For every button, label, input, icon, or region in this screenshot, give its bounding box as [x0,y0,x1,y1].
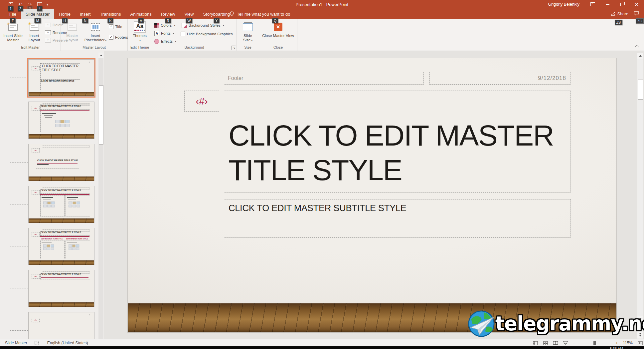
zoom-slider[interactable]: − + [573,340,618,346]
thumbnail-wood-floor [29,176,94,181]
scroll-up-button[interactable] [637,53,643,59]
thumbnail-layout-6[interactable]: ‹#› CLICK TO EDIT MASTER TITLE STYLE [28,270,94,307]
checkbox-checked-icon: ✓ [109,24,113,29]
keytip-comments: ZC [636,18,644,24]
dropdown-caret: ▾ [173,32,174,35]
reading-view-button[interactable] [553,341,558,345]
minimize-button[interactable] [600,0,615,9]
dropdown-caret: ▾ [105,39,106,42]
thumbnail-wood-floor [29,134,94,139]
normal-view-button[interactable] [533,341,538,345]
hide-background-graphics-checkbox[interactable]: Hide Background Graphics [181,31,233,37]
effects-dropdown[interactable]: Effects ▾ [153,38,177,45]
slide-master-canvas[interactable]: Footer 9/12/2018 ‹#› CLICK TO EDIT MASTE… [127,58,617,333]
restore-button[interactable] [615,0,629,9]
language-status[interactable]: English (United States) [47,341,88,345]
date-placeholder[interactable]: 9/12/2018 [429,72,570,85]
insert-slide-master-icon: ✳ [8,24,18,31]
insert-layout-button[interactable]: ✳ Insert Layout [25,21,43,43]
master-layout-icon [68,24,77,31]
telegram-globe-logo-icon [467,310,495,338]
group-label-background: Background [185,45,204,49]
close-master-view-button[interactable]: ✕ Close Master View [261,21,295,39]
layout-tree-line [10,54,10,337]
footer-placeholder[interactable]: Footer [224,72,424,85]
fonts-icon: A [154,31,159,36]
dropdown-caret: ▾ [175,40,176,43]
scroll-up-button[interactable] [98,53,103,58]
insert-layout-icon: ✳ [30,24,39,31]
tab-insert[interactable]: Insert N [75,9,95,19]
close-icon: ✕ [634,1,639,8]
thumbnail-layout-3[interactable]: ‹#› CLICK TO EDIT MASTER TITLE STYLE [28,144,94,181]
collapse-ribbon-button[interactable] [634,45,639,49]
tab-animations[interactable]: Animations A [126,9,156,19]
account-user-name[interactable]: Grigoriy Belenkiy [548,2,579,7]
background-styles-icon [182,23,187,28]
footers-checkbox[interactable]: ✓ Footers [109,34,128,41]
thumbnail-panel-scrollbar[interactable] [98,53,103,339]
fonts-dropdown[interactable]: A Fonts ▾ [153,30,177,37]
share-icon [611,12,616,16]
ribbon-display-options-button[interactable] [585,0,600,9]
tab-view[interactable]: View W [180,9,198,19]
insert-placeholder-icon [91,23,100,31]
delete-icon: ✕ [45,23,51,27]
group-label-edit-theme: Edit Theme [130,45,149,49]
checkbox-unchecked-icon [181,32,185,36]
background-dialog-launcher[interactable]: ↘ [232,46,236,50]
ribbon-display-options-icon [590,2,595,6]
thumbnail-layout-2[interactable]: ‹#› CLICK TO EDIT MASTER TITLE STYLE [28,102,94,139]
thumbnail-layout-5[interactable]: ‹#› CLICK TO EDIT MASTER TITLE STYLE EDI… [28,228,94,265]
spell-check-icon[interactable] [35,341,40,345]
clock: 8:36 AM [610,347,623,349]
tab-transitions[interactable]: Transitions K [95,9,125,19]
tell-me-box[interactable]: Tell me what you want to do Q [230,9,290,19]
themes-button[interactable]: Aa Themes▾ [130,21,149,43]
insert-slide-master-button[interactable]: ✳ Insert Slide Master [1,21,25,43]
scrollbar-thumb[interactable] [99,85,103,145]
thumbnail-wood-floor [29,218,94,223]
chevron-up-icon [635,45,639,49]
slide-number-placeholder[interactable]: ‹#› [184,91,219,112]
zoom-in-button[interactable]: + [615,340,618,346]
title-placeholder[interactable]: CLICK TO EDIT MASTER TITLE STYLE [224,91,571,193]
title-checkbox[interactable]: ✓ Title [109,23,128,30]
zoom-level[interactable]: 115% [623,341,633,345]
scrollbar-thumb[interactable] [638,80,643,100]
keytip-animations: A [138,18,144,23]
ribbon-group-size: Slide Size▾ Size [237,19,259,51]
fit-slide-to-window-button[interactable] [637,341,643,345]
dropdown-caret: ▾ [139,39,141,42]
view-status-label: Slide Master [5,341,27,345]
comments-icon [634,11,639,16]
tab-home[interactable]: Home H [54,9,75,19]
subtitle-placeholder[interactable]: CLICK TO EDIT MASTER SUBTITLE STYLE [224,199,571,238]
windows-taskbar-sliver: 8:36 AM [0,346,644,349]
zoom-slider-thumb[interactable] [593,341,596,345]
dropdown-caret: ▾ [223,24,224,27]
thumbnail-slide-master[interactable]: ‹#› CLICK TO EDIT MASTER TITLE STYLE CLI… [28,59,94,97]
slide-size-button[interactable]: Slide Size▾ [238,21,257,43]
tab-review[interactable]: Review R [156,9,180,19]
comments-button[interactable]: ZC [634,11,639,17]
keytip-storyboarding: Y [214,18,219,23]
status-bar: Slide Master English (United States) [0,339,644,347]
thumbnail-wood-floor [29,260,94,265]
close-button[interactable]: ✕ [629,0,644,9]
thumbnail-layout-7[interactable]: ‹#› [28,312,94,339]
thumbnail-layout-4[interactable]: ‹#› CLICK TO EDIT MASTER TITLE STYLE [28,186,94,223]
keytip-file: F [10,18,15,23]
keytip-start: 4 [37,6,42,11]
main-vertical-scrollbar[interactable] [637,53,643,339]
keytip-undo: 2 [18,6,23,11]
keytip-share: ZS [615,20,622,25]
insert-placeholder-button[interactable]: Insert Placeholder▾ [83,21,108,43]
ribbon-group-close: ✕ Close Master View Close [259,19,297,51]
slide-sorter-view-button[interactable] [543,341,548,345]
zoom-slider-track[interactable] [578,343,613,343]
share-button[interactable]: Share ZS [611,12,628,16]
slide-size-icon [243,23,253,31]
slide-show-button[interactable] [563,341,568,345]
zoom-out-button[interactable]: − [573,340,575,346]
